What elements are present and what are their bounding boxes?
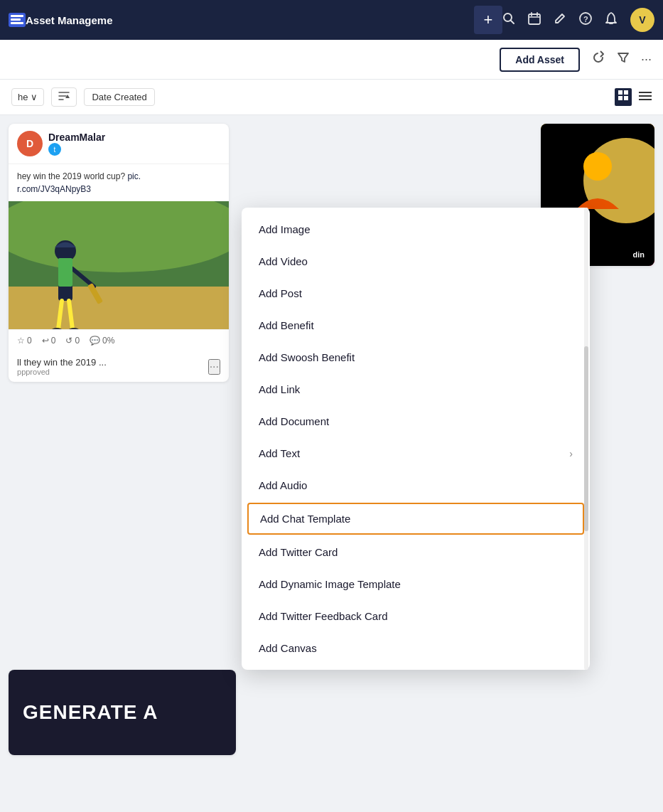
nav-icons-group: ? V bbox=[502, 8, 654, 32]
card-text-body: hey win the 2019 world cup? bbox=[17, 171, 127, 181]
menu-item-13[interactable]: Add Canvas bbox=[242, 632, 590, 664]
svg-point-23 bbox=[9, 201, 229, 272]
menu-item-9[interactable]: Add Chat Template bbox=[247, 503, 584, 535]
menu-item-label-10: Add Twitter Card bbox=[259, 546, 338, 558]
top-navigation: Asset Manageme + ? bbox=[0, 0, 663, 40]
sub-header: Add Asset ··· bbox=[0, 40, 663, 80]
svg-rect-2 bbox=[11, 22, 23, 24]
card-text-link[interactable]: pic. bbox=[127, 171, 141, 181]
dropdown-arrow-icon: ∨ bbox=[31, 92, 38, 102]
menu-item-12[interactable]: Add Twitter Feedback Card bbox=[242, 600, 590, 632]
grid-view-icon[interactable] bbox=[615, 88, 632, 106]
menu-item-3[interactable]: Add Benefit bbox=[242, 309, 590, 341]
more-options-icon[interactable]: ··· bbox=[641, 52, 652, 67]
filter-bar: he ∨ Date Created bbox=[0, 80, 663, 115]
menu-item-label-7: Add Text bbox=[259, 447, 300, 459]
user-avatar[interactable]: V bbox=[630, 8, 654, 32]
card-user-avatar: D bbox=[17, 131, 43, 156]
menu-item-0[interactable]: Add Image bbox=[242, 213, 590, 245]
nav-add-button[interactable]: + bbox=[474, 6, 502, 34]
date-created-button[interactable]: Date Created bbox=[84, 88, 154, 106]
scrollbar-track bbox=[584, 208, 588, 670]
card-image bbox=[9, 201, 229, 329]
svg-rect-18 bbox=[624, 96, 628, 100]
status-text: pproved bbox=[21, 368, 50, 376]
svg-rect-33 bbox=[58, 258, 72, 287]
calendar-icon[interactable] bbox=[528, 12, 541, 28]
card-2-label: din bbox=[629, 249, 649, 260]
svg-rect-5 bbox=[529, 14, 540, 24]
menu-item-label-3: Add Benefit bbox=[259, 319, 314, 331]
menu-item-label-8: Add Audio bbox=[259, 479, 307, 491]
menu-item-7[interactable]: Add Text› bbox=[242, 437, 590, 469]
brand-icon bbox=[9, 13, 26, 27]
menu-item-label-6: Add Document bbox=[259, 415, 329, 427]
menu-item-label-0: Add Image bbox=[259, 223, 311, 235]
menu-item-label-5: Add Link bbox=[259, 383, 300, 395]
card-text-link2[interactable]: r.com/JV3qANpyB3 bbox=[17, 184, 91, 194]
view-toggle bbox=[615, 88, 652, 106]
scope-label: he bbox=[18, 92, 28, 102]
svg-rect-16 bbox=[624, 90, 628, 95]
card-user-name: DreamMalar bbox=[48, 132, 105, 143]
scope-dropdown[interactable]: he ∨ bbox=[11, 88, 44, 106]
card-more-button[interactable]: ··· bbox=[208, 359, 220, 375]
stat-percent: 💬 0% bbox=[90, 336, 114, 346]
twitter-icon: t bbox=[48, 143, 61, 156]
notification-icon[interactable] bbox=[605, 11, 618, 29]
generate-text: GENERATE A bbox=[23, 701, 158, 724]
svg-rect-1 bbox=[11, 18, 21, 21]
asset-card-bottom: GENERATE A bbox=[9, 670, 236, 755]
svg-rect-0 bbox=[11, 15, 23, 17]
search-icon[interactable] bbox=[502, 12, 515, 28]
stat-reply: ↩ 0 bbox=[42, 336, 56, 346]
card-footer-info: ll they win the 2019 ... ppproved bbox=[17, 357, 107, 376]
card-stats: ☆ 0 ↩ 0 ↺ 0 💬 0% bbox=[9, 329, 229, 351]
card-user-info: DreamMalar t bbox=[48, 132, 105, 156]
stat-star: ☆ 0 bbox=[17, 336, 32, 346]
percent-count: 0% bbox=[102, 336, 114, 346]
percent-icon: 💬 bbox=[90, 336, 100, 346]
menu-item-4[interactable]: Add Swoosh Benefit bbox=[242, 341, 590, 373]
menu-item-label-1: Add Video bbox=[259, 255, 308, 267]
star-count: 0 bbox=[27, 336, 32, 346]
help-icon[interactable]: ? bbox=[579, 12, 592, 28]
sort-button[interactable] bbox=[51, 87, 77, 107]
menu-item-label-12: Add Twitter Feedback Card bbox=[259, 610, 387, 622]
menu-item-8[interactable]: Add Audio bbox=[242, 469, 590, 501]
menu-item-1[interactable]: Add Video bbox=[242, 245, 590, 277]
card-text-content: hey win the 2019 world cup? pic. r.com/J… bbox=[9, 164, 229, 201]
refresh-icon[interactable] bbox=[591, 50, 605, 68]
svg-rect-15 bbox=[618, 90, 622, 95]
list-view-icon[interactable] bbox=[639, 90, 652, 105]
filter-icon[interactable] bbox=[617, 51, 630, 68]
menu-item-arrow-7: › bbox=[569, 448, 573, 459]
card-footer: ll they win the 2019 ... ppproved ··· bbox=[9, 351, 229, 382]
scrollbar-thumb[interactable] bbox=[584, 346, 588, 531]
menu-item-label-9: Add Chat Template bbox=[260, 513, 350, 525]
reply-icon: ↩ bbox=[42, 336, 49, 346]
brand-label: Asset Manageme bbox=[26, 14, 474, 26]
approved-status: ppproved bbox=[17, 368, 107, 376]
retweet-icon: ↺ bbox=[65, 336, 72, 346]
menu-item-label-13: Add Canvas bbox=[259, 642, 317, 654]
menu-item-2[interactable]: Add Post bbox=[242, 277, 590, 309]
svg-rect-24 bbox=[9, 287, 229, 329]
reply-count: 0 bbox=[51, 336, 56, 346]
menu-item-5[interactable]: Add Link bbox=[242, 373, 590, 405]
retweet-count: 0 bbox=[75, 336, 80, 346]
svg-rect-17 bbox=[618, 96, 622, 100]
card-title: ll they win the 2019 ... bbox=[17, 357, 107, 368]
sort-icon bbox=[58, 91, 70, 103]
edit-icon[interactable] bbox=[554, 12, 566, 28]
stat-retweet: ↺ 0 bbox=[65, 336, 80, 346]
menu-item-10[interactable]: Add Twitter Card bbox=[242, 536, 590, 568]
svg-line-4 bbox=[511, 20, 514, 23]
asset-card-1: D DreamMalar t hey win the 2019 world cu… bbox=[9, 124, 229, 382]
menu-item-6[interactable]: Add Document bbox=[242, 405, 590, 437]
sub-header-actions: ··· bbox=[591, 50, 652, 68]
svg-point-36 bbox=[583, 152, 612, 181]
date-created-label: Date Created bbox=[92, 92, 146, 102]
menu-item-11[interactable]: Add Dynamic Image Template bbox=[242, 568, 590, 600]
add-asset-button[interactable]: Add Asset bbox=[500, 48, 580, 72]
